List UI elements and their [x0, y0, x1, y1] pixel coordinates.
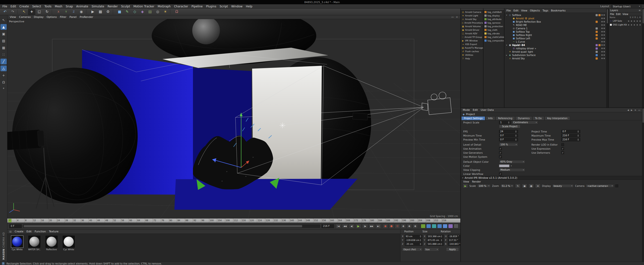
- stepper[interactable]: [440, 243, 443, 246]
- object-row[interactable]: ▾ ▣ liquid~84: [504, 43, 606, 47]
- palette-grip[interactable]: [484, 8, 504, 10]
- y-axis-lock-icon[interactable]: Y: [62, 9, 70, 15]
- menubar-item[interactable]: Pipeline: [192, 5, 203, 8]
- points-mode-icon[interactable]: ∷: [0, 52, 7, 57]
- layer-render-dot[interactable]: [634, 20, 635, 22]
- menubar-item[interactable]: Animate: [76, 5, 88, 8]
- object-tag-icon[interactable]: [596, 54, 598, 56]
- live-selection-tool-icon[interactable]: ↖: [0, 17, 7, 23]
- object-row[interactable]: ■ Softbox Top: [504, 30, 606, 33]
- object-manager-menu-item[interactable]: View: [521, 9, 527, 12]
- stepper[interactable]: [508, 121, 510, 124]
- editor-visibility-dot[interactable]: [601, 44, 603, 46]
- record-scale-toggle[interactable]: ◆: [407, 224, 412, 229]
- object-tag-icon[interactable]: [596, 37, 598, 39]
- menubar-item[interactable]: Tools: [44, 5, 52, 8]
- arnold-command[interactable]: ▢ Arnold ADV: [461, 32, 483, 35]
- record-keyframe-button[interactable]: ◉: [383, 224, 388, 229]
- layer-animation-dot[interactable]: [640, 24, 641, 25]
- stepper[interactable]: [419, 239, 422, 242]
- arnold-command[interactable]: ☀ Arnold Light: [461, 14, 483, 17]
- tag-command[interactable]: tag_clothBelt: [484, 10, 504, 14]
- object-tag-icon[interactable]: [598, 44, 600, 46]
- layer-color-swatch[interactable]: [610, 20, 612, 22]
- size-mode-dropdown[interactable]: Size▾: [424, 248, 439, 252]
- layer-view-dot[interactable]: [631, 24, 632, 25]
- menubar-item[interactable]: Sculpt: [121, 5, 130, 8]
- ipr-refresh-icon[interactable]: ↻: [515, 184, 520, 188]
- add-scene-icon[interactable]: ▤: [146, 9, 154, 15]
- project-time-field[interactable]: 0 F: [561, 130, 580, 133]
- render-visibility-dot[interactable]: [604, 24, 605, 26]
- object-row[interactable]: ☀ Arnold quad_light: [504, 50, 606, 53]
- menubar-item[interactable]: Select: [32, 5, 41, 8]
- coordinate-mode-dropdown[interactable]: Object (Rel)▾: [402, 248, 422, 252]
- attribute-tab[interactable]: Referencing: [496, 116, 515, 120]
- toolbar-button[interactable]: [170, 9, 172, 14]
- preview-min-field[interactable]: 0 F: [499, 138, 518, 141]
- layout-dropdown[interactable]: Startup (User) ▾: [611, 5, 642, 8]
- editor-visibility-dot[interactable]: [601, 41, 603, 42]
- layer-row[interactable]: OSG Light Kit: [609, 23, 642, 27]
- use-generators-checkbox[interactable]: ✓: [499, 151, 502, 154]
- tag-command[interactable]: tag_protection: [484, 24, 504, 28]
- default-color-dropdown[interactable]: 60% Gray▾: [499, 160, 525, 164]
- object-row[interactable]: ✎ READ ME: [504, 23, 606, 27]
- render-visibility-dot[interactable]: [604, 41, 605, 42]
- layer-view-dot[interactable]: [631, 20, 632, 22]
- expand-arrow-icon[interactable]: ▾: [506, 14, 508, 16]
- menubar-item[interactable]: Script: [220, 5, 228, 8]
- color-expander-icon[interactable]: ▸: [511, 165, 512, 167]
- color-swatch[interactable]: [499, 164, 510, 167]
- expand-arrow-icon[interactable]: ▸: [506, 54, 508, 56]
- viewport-menu-item[interactable]: Filter: [60, 15, 66, 18]
- layers-menu-item[interactable]: File: [610, 13, 614, 15]
- timeline-toggle-3[interactable]: [432, 224, 436, 228]
- menubar-item[interactable]: Edit: [10, 5, 16, 8]
- editor-visibility-dot[interactable]: [601, 21, 603, 22]
- object-manager-menu-item[interactable]: File: [506, 9, 511, 12]
- attribute-mode-menu-item[interactable]: Edit: [473, 108, 478, 112]
- object-tag-icon[interactable]: [596, 47, 598, 49]
- attribute-mode-menu-item[interactable]: Mode: [463, 108, 470, 112]
- make-editable-icon[interactable]: ▲: [0, 24, 7, 30]
- expand-arrow-icon[interactable]: ▾: [506, 44, 508, 46]
- menubar-item[interactable]: Mesh: [55, 5, 62, 8]
- arnold-command[interactable]: ◇ Arnold Procedural: [461, 21, 483, 24]
- material-tile[interactable]: Cyc White: [61, 236, 76, 251]
- material-tile[interactable]: WATER SH..: [27, 236, 42, 251]
- viewport-close-icon[interactable]: ×: [456, 16, 458, 18]
- object-row[interactable]: ■ Softbox Right: [504, 33, 606, 37]
- arnold-command[interactable]: ∷ Arnold TP Group: [461, 35, 483, 39]
- section-collapse-icon[interactable]: ▾: [462, 177, 463, 179]
- redo-icon[interactable]: ↷: [9, 9, 16, 15]
- ipr-menu-item[interactable]: View: [463, 180, 469, 183]
- ipr-options-icon[interactable]: ≡: [535, 184, 540, 188]
- tag-command[interactable]: tag_compositing: [484, 39, 504, 42]
- material-tile[interactable]: Cyc White: [10, 236, 24, 251]
- object-row[interactable]: ◎ Camera 1: [504, 27, 606, 30]
- render-visibility-dot[interactable]: [604, 18, 605, 19]
- layers-menu-item[interactable]: Edit: [616, 13, 621, 15]
- attribute-scrollbar[interactable]: [642, 108, 644, 262]
- layers-scrollbar[interactable]: [642, 8, 644, 107]
- timeline-ruler[interactable]: 0481216202428323640444852566064687276808…: [8, 218, 460, 223]
- prev-frame-button[interactable]: ◀|: [349, 224, 355, 229]
- viewport-menu-item[interactable]: Display: [34, 15, 44, 18]
- popout-icon[interactable]: ▭: [638, 109, 640, 111]
- object-manager-menu-item[interactable]: Bookmarks: [551, 9, 566, 12]
- position-field[interactable]: 93 cm: [405, 235, 422, 238]
- menubar-item[interactable]: MoGraph: [158, 5, 171, 8]
- snap-toggle-icon[interactable]: Ω: [0, 79, 7, 85]
- layer-lock-dot[interactable]: [636, 20, 638, 22]
- render-visibility-dot[interactable]: [604, 54, 605, 56]
- lod-dropdown[interactable]: 100 %▾: [499, 143, 518, 146]
- history-back-icon[interactable]: ◀: [627, 109, 629, 111]
- position-field[interactable]: -139.838 cm: [405, 239, 422, 242]
- undo-icon[interactable]: ↶: [2, 9, 8, 15]
- size-field[interactable]: 871.05 cm: [427, 239, 444, 242]
- x-axis-lock-icon[interactable]: X: [55, 9, 62, 15]
- ipr-menu-item[interactable]: Render: [472, 180, 481, 183]
- model-mode-icon[interactable]: ▣: [0, 31, 7, 37]
- palette-grip[interactable]: [461, 8, 483, 10]
